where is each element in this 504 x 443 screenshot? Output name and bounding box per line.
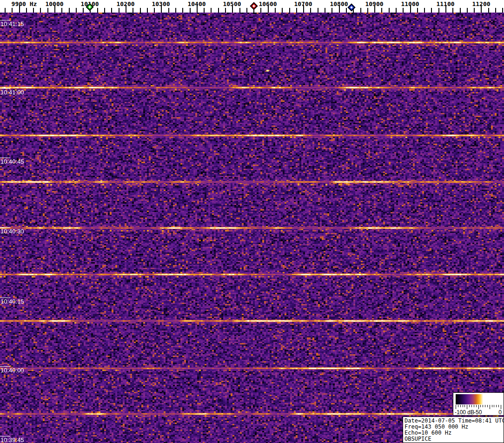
colorbar-tick xyxy=(483,405,483,407)
freq-minor-tick xyxy=(26,8,27,13)
freq-major-tick xyxy=(374,5,375,13)
time-label: 10:41:00 xyxy=(0,89,24,96)
freq-minor-tick xyxy=(438,8,439,13)
meteor-echo-spectrogram-app: 9900 Hz100001010010200103001040010500106… xyxy=(0,0,504,443)
freq-major-tick xyxy=(126,5,126,13)
freq-minor-tick xyxy=(275,8,276,13)
freq-minor-tick xyxy=(310,8,311,13)
freq-major-tick xyxy=(339,5,340,13)
freq-minor-tick xyxy=(61,8,62,13)
colorbar-tick xyxy=(464,405,465,407)
blue-marker-diamond-icon[interactable] xyxy=(348,4,356,12)
colorbar-tick xyxy=(456,405,456,409)
freq-minor-tick xyxy=(296,8,297,13)
freq-minor-tick xyxy=(111,8,112,13)
freq-major-tick xyxy=(232,5,233,13)
freq-minor-tick xyxy=(332,8,332,13)
freq-minor-tick xyxy=(190,8,191,13)
freq-major-tick xyxy=(161,5,162,13)
colorbar-tick xyxy=(474,405,474,407)
colorbar-tick xyxy=(476,405,477,407)
freq-minor-tick xyxy=(119,8,119,13)
freq-minor-tick xyxy=(488,8,489,13)
colorbar-tick xyxy=(467,405,467,409)
freq-minor-tick xyxy=(431,8,432,13)
freq-major-tick xyxy=(303,5,304,13)
colorbar-tick xyxy=(478,405,479,409)
colorbar-max-label: 0 xyxy=(498,409,502,416)
freq-minor-tick xyxy=(467,8,468,13)
freq-minor-tick xyxy=(83,8,84,13)
colorbar-gradient xyxy=(456,394,501,404)
freq-minor-tick xyxy=(175,8,176,13)
frequency-axis: 9900 Hz100001010010200103001040010500106… xyxy=(0,0,504,13)
colorbar-tick xyxy=(494,405,494,407)
colorbar-tick xyxy=(471,405,472,407)
freq-minor-tick xyxy=(502,8,503,13)
freq-minor-tick xyxy=(40,8,41,13)
colorbar-tick xyxy=(469,405,470,407)
spectrogram-waterfall-canvas[interactable] xyxy=(0,13,504,443)
red-marker-diamond-icon[interactable] xyxy=(250,2,258,10)
freq-minor-tick xyxy=(381,8,382,13)
time-label: 10:40:15 xyxy=(0,298,24,305)
time-label: 10:40:30 xyxy=(0,228,24,235)
freq-minor-tick xyxy=(403,8,404,13)
freq-minor-tick xyxy=(260,8,261,13)
freq-major-tick xyxy=(445,5,446,13)
freq-minor-tick xyxy=(204,8,205,13)
time-label: 10:41:15 xyxy=(0,20,24,27)
freq-minor-tick xyxy=(218,8,219,13)
freq-major-tick xyxy=(410,5,411,13)
freq-minor-tick xyxy=(318,8,318,13)
colorbar-tick xyxy=(492,405,492,407)
freq-minor-tick xyxy=(452,8,453,13)
freq-minor-tick xyxy=(182,8,183,13)
freq-minor-tick xyxy=(33,8,34,13)
freq-minor-tick xyxy=(474,8,475,13)
freq-minor-tick xyxy=(104,8,105,13)
freq-minor-tick xyxy=(47,8,48,13)
colorbar-tick xyxy=(490,405,490,409)
colorbar-tick xyxy=(460,405,461,407)
colorbar-min-label: -100 dB xyxy=(455,409,474,416)
freq-minor-tick xyxy=(325,8,325,13)
freq-minor-tick xyxy=(69,8,70,13)
info-station-id: OBSUPICE xyxy=(405,436,503,442)
colorbar-labels: -100 dB -50 0 xyxy=(453,409,504,416)
freq-minor-tick xyxy=(154,8,155,13)
freq-minor-tick xyxy=(495,8,496,13)
colorbar-mid-label: -50 xyxy=(474,409,482,416)
freq-minor-tick xyxy=(424,8,425,13)
freq-axis-label: 9900 Hz xyxy=(12,0,37,7)
freq-minor-tick xyxy=(211,8,212,13)
freq-minor-tick xyxy=(396,8,397,13)
freq-major-tick xyxy=(481,5,482,13)
freq-minor-tick xyxy=(5,8,6,13)
freq-minor-tick xyxy=(417,8,418,13)
freq-minor-tick xyxy=(360,8,361,13)
color-scale-legend: -100 dB -50 0 xyxy=(453,392,504,416)
freq-minor-tick xyxy=(140,8,141,13)
time-label: 10:40:00 xyxy=(0,367,24,374)
freq-minor-tick xyxy=(147,8,148,13)
freq-minor-tick xyxy=(282,8,283,13)
freq-minor-tick xyxy=(289,8,290,13)
colorbar-tick xyxy=(463,405,463,407)
freq-minor-tick xyxy=(389,8,390,13)
colorbar-tick xyxy=(485,405,485,407)
freq-minor-tick xyxy=(239,8,240,13)
freq-minor-tick xyxy=(76,8,77,13)
colorbar-tick xyxy=(487,405,488,407)
colorbar-tick xyxy=(501,405,501,409)
freq-minor-tick xyxy=(12,8,13,13)
time-label: 10:39:45 xyxy=(0,436,24,443)
freq-minor-tick xyxy=(246,8,247,13)
colorbar-tick xyxy=(480,405,481,407)
freq-minor-tick xyxy=(367,8,368,13)
time-label: 10:40:45 xyxy=(0,158,24,165)
freq-major-tick xyxy=(54,5,55,13)
colorbar-tick xyxy=(496,405,497,407)
freq-major-tick xyxy=(268,5,269,13)
freq-major-tick xyxy=(19,5,20,13)
